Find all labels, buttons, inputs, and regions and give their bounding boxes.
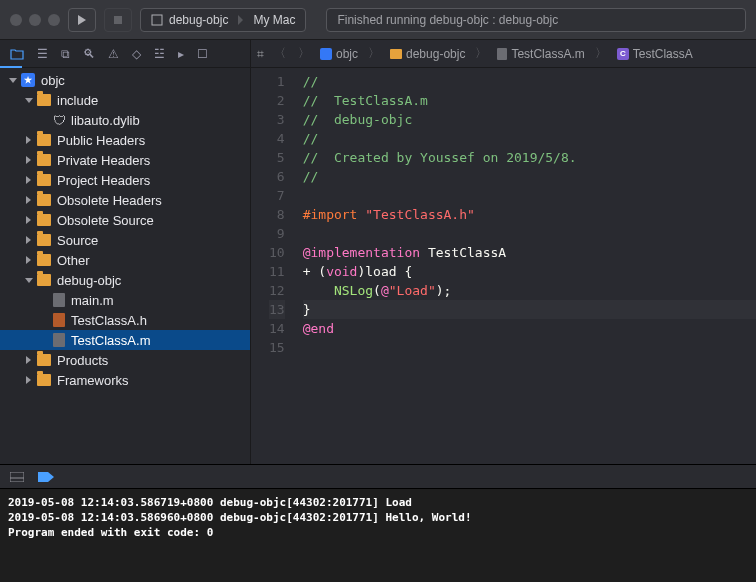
- close-window-button[interactable]: [10, 14, 22, 26]
- file-icon: [53, 313, 65, 327]
- file-label: main.m: [71, 293, 114, 308]
- folder-icon: [37, 94, 51, 106]
- chevron-right-icon: 〉: [593, 45, 609, 62]
- toggle-variables-view-button[interactable]: [10, 472, 24, 482]
- forward-button[interactable]: 〉: [296, 45, 312, 62]
- tree-row[interactable]: ★objc: [0, 70, 250, 90]
- group-label: Public Headers: [57, 133, 145, 148]
- breadcrumb-group[interactable]: debug-objc: [390, 47, 465, 61]
- run-button[interactable]: [68, 8, 96, 32]
- disclosure-triangle-icon[interactable]: [24, 156, 33, 165]
- folder-icon: [10, 47, 24, 61]
- test-navigator-tab[interactable]: ◇: [132, 47, 141, 61]
- stop-icon: [114, 16, 122, 24]
- breadcrumb-file[interactable]: TestClassA.m: [497, 47, 584, 61]
- tree-row[interactable]: Obsolete Source: [0, 210, 250, 230]
- scheme-name: debug-objc: [169, 13, 228, 27]
- panel-icon: [10, 472, 24, 482]
- tree-row[interactable]: 🛡︎libauto.dylib: [0, 110, 250, 130]
- spacer: [40, 316, 49, 325]
- group-label: Products: [57, 353, 108, 368]
- source-text[interactable]: //// TestClassA.m// debug-objc//// Creat…: [297, 68, 756, 464]
- source-editor[interactable]: 123456789101112131415 //// TestClassA.m/…: [251, 68, 756, 464]
- group-label: Project Headers: [57, 173, 150, 188]
- window-controls: [10, 14, 60, 26]
- back-button[interactable]: 〈: [272, 45, 288, 62]
- group-label: Obsolete Source: [57, 213, 154, 228]
- find-navigator-tab[interactable]: 🔍︎: [83, 47, 95, 61]
- disclosure-triangle-icon[interactable]: [24, 256, 33, 265]
- tree-row[interactable]: Public Headers: [0, 130, 250, 150]
- tree-row[interactable]: main.m: [0, 290, 250, 310]
- group-label: Obsolete Headers: [57, 193, 162, 208]
- class-icon: C: [617, 48, 629, 60]
- tree-row[interactable]: debug-objc: [0, 270, 250, 290]
- disclosure-triangle-icon[interactable]: [8, 76, 17, 85]
- stop-button[interactable]: [104, 8, 132, 32]
- chevron-right-icon: 〉: [366, 45, 382, 62]
- terminal-icon: [151, 14, 163, 26]
- tree-row[interactable]: Source: [0, 230, 250, 250]
- disclosure-triangle-icon[interactable]: [24, 276, 33, 285]
- group-label: Source: [57, 233, 98, 248]
- tree-row[interactable]: TestClassA.m: [0, 330, 250, 350]
- tree-row[interactable]: Frameworks: [0, 370, 250, 390]
- disclosure-triangle-icon[interactable]: [24, 236, 33, 245]
- editor-area: ⌗ 〈 〉 objc 〉 debug-objc 〉 TestClassA.m 〉…: [251, 40, 756, 464]
- folder-icon: [37, 154, 51, 166]
- file-label: TestClassA.h: [71, 313, 147, 328]
- play-icon: [78, 15, 86, 25]
- group-label: Frameworks: [57, 373, 129, 388]
- tree-row[interactable]: Other: [0, 250, 250, 270]
- jump-bar[interactable]: ⌗ 〈 〉 objc 〉 debug-objc 〉 TestClassA.m 〉…: [251, 40, 756, 68]
- folder-icon: [37, 134, 51, 146]
- disclosure-triangle-icon[interactable]: [24, 376, 33, 385]
- source-control-navigator-tab[interactable]: ☰: [37, 47, 48, 61]
- disclosure-triangle-icon[interactable]: [24, 136, 33, 145]
- tree-row[interactable]: include: [0, 90, 250, 110]
- titlebar: debug-objc My Mac Finished running debug…: [0, 0, 756, 40]
- disclosure-triangle-icon[interactable]: [24, 176, 33, 185]
- debug-output-filter[interactable]: [38, 472, 54, 482]
- related-items-icon[interactable]: ⌗: [257, 47, 264, 61]
- folder-icon: [37, 174, 51, 186]
- chevron-right-icon: 〉: [473, 45, 489, 62]
- breadcrumb-symbol[interactable]: CTestClassA: [617, 47, 693, 61]
- disclosure-triangle-icon[interactable]: [24, 96, 33, 105]
- folder-icon: [390, 49, 402, 59]
- tree-row[interactable]: Obsolete Headers: [0, 190, 250, 210]
- tree-row[interactable]: Project Headers: [0, 170, 250, 190]
- activity-viewer: Finished running debug-objc : debug-objc: [326, 8, 746, 32]
- folder-icon: [37, 274, 51, 286]
- project-navigator-tab[interactable]: [10, 47, 24, 61]
- tree-row[interactable]: Private Headers: [0, 150, 250, 170]
- spacer: [40, 336, 49, 345]
- breakpoint-navigator-tab[interactable]: ▸: [178, 47, 184, 61]
- breadcrumb-project[interactable]: objc: [320, 47, 358, 61]
- zoom-window-button[interactable]: [48, 14, 60, 26]
- symbol-navigator-tab[interactable]: ⧉: [61, 47, 70, 61]
- line-gutter[interactable]: 123456789101112131415: [251, 68, 297, 464]
- tree-row[interactable]: TestClassA.h: [0, 310, 250, 330]
- project-tree[interactable]: ★objcinclude🛡︎libauto.dylibPublic Header…: [0, 68, 250, 464]
- disclosure-triangle-icon[interactable]: [24, 216, 33, 225]
- run-destination: My Mac: [253, 13, 295, 27]
- minimize-window-button[interactable]: [29, 14, 41, 26]
- debug-bar: [0, 465, 756, 489]
- navigator: ☰ ⧉ 🔍︎ ⚠︎ ◇ ☳ ▸ ☐ ★objcinclude🛡︎libauto.…: [0, 40, 251, 464]
- spacer: [40, 296, 49, 305]
- folder-icon: [37, 354, 51, 366]
- console-output[interactable]: 2019-05-08 12:14:03.586719+0800 debug-ob…: [0, 489, 756, 582]
- disclosure-triangle-icon[interactable]: [24, 196, 33, 205]
- debug-navigator-tab[interactable]: ☳: [154, 47, 165, 61]
- issue-navigator-tab[interactable]: ⚠︎: [108, 47, 119, 61]
- group-label: Other: [57, 253, 90, 268]
- disclosure-triangle-icon[interactable]: [24, 356, 33, 365]
- project-icon: [320, 48, 332, 60]
- report-navigator-tab[interactable]: ☐: [197, 47, 208, 61]
- folder-icon: [37, 234, 51, 246]
- scheme-selector[interactable]: debug-objc My Mac: [140, 8, 306, 32]
- activity-text: Finished running debug-objc : debug-objc: [337, 13, 558, 27]
- tree-row[interactable]: Products: [0, 350, 250, 370]
- debug-area: 2019-05-08 12:14:03.586719+0800 debug-ob…: [0, 464, 756, 582]
